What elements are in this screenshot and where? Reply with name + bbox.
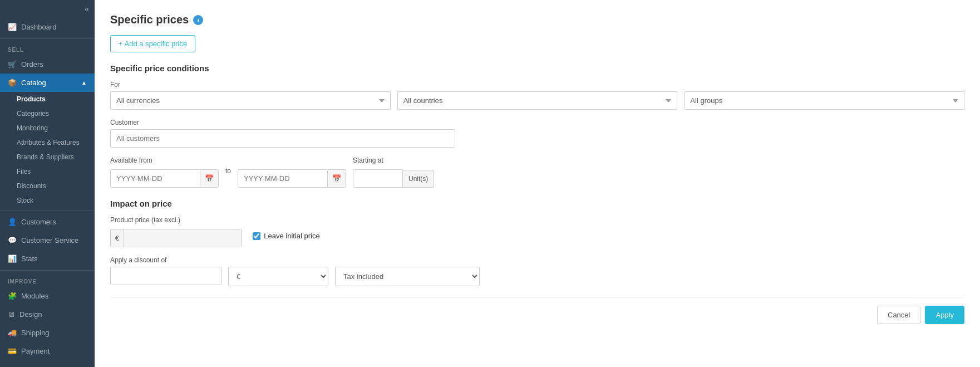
available-to-input-wrap: 📅 xyxy=(238,169,346,188)
conditions-section-title: Specific price conditions xyxy=(110,63,964,73)
countries-select[interactable]: All countries xyxy=(397,91,678,110)
available-from-group: Available from 📅 xyxy=(110,156,219,188)
impact-section-title: Impact on price xyxy=(110,199,964,208)
sidebar-item-stats[interactable]: 📊 Stats xyxy=(0,249,95,268)
sidebar-sub-monitoring[interactable]: Monitoring xyxy=(0,121,95,135)
sidebar-sub-attributes[interactable]: Attributes & Features xyxy=(0,135,95,150)
modules-icon: 🧩 xyxy=(8,292,17,300)
catalog-icon: 📦 xyxy=(8,79,17,87)
sidebar-item-modules[interactable]: 🧩 Modules xyxy=(0,287,95,305)
available-to-input[interactable] xyxy=(238,170,327,187)
sub-monitoring-label: Monitoring xyxy=(17,124,48,132)
customer-label: Customer xyxy=(110,119,964,126)
product-price-input-wrap: € xyxy=(110,229,242,247)
date-row: Available from 📅 to to 📅 Starting at xyxy=(110,156,964,188)
leave-initial-price-label[interactable]: Leave initial price xyxy=(264,232,319,240)
sub-categories-label: Categories xyxy=(17,110,49,118)
sidebar-sub-files[interactable]: Files xyxy=(0,164,95,179)
sidebar-modules-label: Modules xyxy=(21,292,48,300)
sidebar-item-dashboard[interactable]: 📈 Dashboard xyxy=(0,18,95,36)
main-wrapper: Specific prices i + Add a specific price… xyxy=(95,0,980,367)
sidebar-item-design[interactable]: 🖥 Design xyxy=(0,305,95,324)
discount-row: 0 € Tax included xyxy=(110,267,964,286)
dashboard-icon: 📈 xyxy=(8,23,17,31)
tax-select[interactable]: Tax included xyxy=(335,267,480,286)
improve-divider xyxy=(0,270,95,271)
for-label: For xyxy=(110,81,964,89)
starting-at-label: Starting at xyxy=(353,156,434,164)
sidebar-catalog-label: Catalog xyxy=(21,79,46,87)
starting-at-group: Starting at 1 Unit(s) xyxy=(353,156,434,188)
design-icon: 🖥 xyxy=(8,310,15,319)
to-group: to xyxy=(225,156,231,178)
customer-service-icon: 💬 xyxy=(8,236,17,244)
sidebar-sub-categories[interactable]: Categories xyxy=(0,106,95,121)
leave-initial-price-group: Leave initial price xyxy=(253,216,319,240)
sidebar-payment-label: Payment xyxy=(21,347,50,355)
customer-group: Customer xyxy=(110,119,964,148)
sub-discounts-label: Discounts xyxy=(17,182,46,190)
sub-brands-label: Brands & Suppliers xyxy=(17,153,74,161)
page-title: Specific prices xyxy=(110,13,189,26)
available-from-input-wrap: 📅 xyxy=(110,169,219,188)
action-buttons: Cancel Apply xyxy=(110,297,964,324)
leave-initial-price-checkbox[interactable] xyxy=(253,232,260,240)
sub-products-label: Products xyxy=(17,95,46,103)
sidebar-customer-service-label: Customer Service xyxy=(21,236,78,244)
chevron-up-icon: ▲ xyxy=(81,80,87,86)
sidebar-sub-stock[interactable]: Stock xyxy=(0,193,95,208)
product-price-group: Product price (tax excl.) € xyxy=(110,216,242,247)
available-to-calendar-icon[interactable]: 📅 xyxy=(327,170,346,187)
sidebar-item-customers[interactable]: 👤 Customers xyxy=(0,213,95,231)
sub-attributes-label: Attributes & Features xyxy=(17,139,80,146)
sidebar-item-orders[interactable]: 🛒 Orders xyxy=(0,55,95,74)
cancel-button[interactable]: Cancel xyxy=(877,306,920,324)
sidebar: « 📈 Dashboard SELL 🛒 Orders 📦 Catalog ▲ … xyxy=(0,0,95,367)
customer-input[interactable] xyxy=(110,129,455,148)
sidebar-orders-label: Orders xyxy=(21,60,43,68)
available-from-calendar-icon[interactable]: 📅 xyxy=(200,170,218,187)
sidebar-sub-discounts[interactable]: Discounts xyxy=(0,179,95,193)
payment-icon: 💳 xyxy=(8,347,17,355)
dropdowns-row: All currencies All countries All groups xyxy=(110,91,964,110)
sell-section-label: SELL xyxy=(0,41,95,55)
catalog-divider xyxy=(0,210,95,211)
available-to-group: to 📅 xyxy=(238,156,346,188)
product-price-currency-prefix: € xyxy=(111,229,124,247)
sidebar-item-shipping[interactable]: 🚚 Shipping xyxy=(0,324,95,342)
apply-button[interactable]: Apply xyxy=(925,306,964,324)
starting-at-input-wrap: 1 Unit(s) xyxy=(353,169,434,188)
apply-discount-label: Apply a discount of xyxy=(110,256,964,264)
sidebar-sub-brands[interactable]: Brands & Suppliers xyxy=(0,150,95,164)
sub-stock-label: Stock xyxy=(17,197,33,204)
content-area: Specific prices i + Add a specific price… xyxy=(95,0,980,367)
orders-icon: 🛒 xyxy=(8,60,17,68)
stats-icon: 📊 xyxy=(8,255,17,263)
sidebar-sub-products[interactable]: Products xyxy=(0,92,95,106)
sidebar-toggle[interactable]: « xyxy=(0,0,95,18)
sidebar-item-payment[interactable]: 💳 Payment xyxy=(0,342,95,360)
add-specific-price-button[interactable]: + Add a specific price xyxy=(110,35,195,52)
to-label: to xyxy=(225,162,231,175)
product-price-input[interactable] xyxy=(124,229,241,247)
sidebar-design-label: Design xyxy=(19,310,42,319)
customers-icon: 👤 xyxy=(8,218,17,226)
improve-section-label: IMPROVE xyxy=(0,273,95,287)
sidebar-shipping-label: Shipping xyxy=(21,329,50,337)
starting-at-input[interactable]: 1 xyxy=(353,169,403,188)
sidebar-customers-label: Customers xyxy=(21,218,56,226)
sidebar-item-customer-service[interactable]: 💬 Customer Service xyxy=(0,231,95,249)
product-price-label: Product price (tax excl.) xyxy=(110,216,242,224)
shipping-icon: 🚚 xyxy=(8,329,17,337)
groups-select[interactable]: All groups xyxy=(684,91,964,110)
sidebar-item-catalog[interactable]: 📦 Catalog ▲ xyxy=(0,74,95,92)
currencies-select[interactable]: All currencies xyxy=(110,91,391,110)
sell-divider xyxy=(0,38,95,39)
available-from-input[interactable] xyxy=(111,170,200,187)
sidebar-item-label: Dashboard xyxy=(21,23,57,31)
discount-input[interactable]: 0 xyxy=(110,267,221,285)
info-icon[interactable]: i xyxy=(193,15,203,25)
sub-files-label: Files xyxy=(17,168,31,175)
page-header: Specific prices i xyxy=(110,13,964,26)
discount-currency-select[interactable]: € xyxy=(228,267,328,286)
